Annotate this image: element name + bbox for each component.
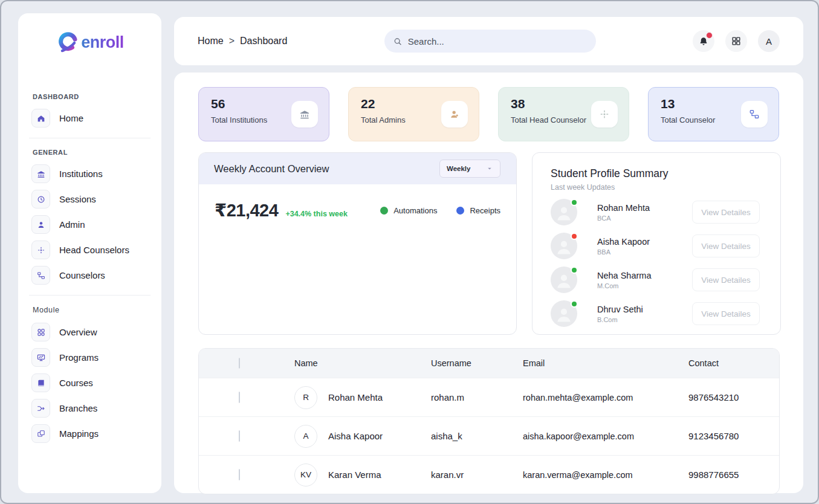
target-icon — [31, 241, 50, 259]
student-card-title: Student Profile Summary — [551, 167, 762, 180]
stat-card-head-counselor[interactable]: 38 Total Head Counselor — [498, 87, 629, 141]
view-details-button[interactable]: View Detailes — [692, 302, 760, 325]
grid-shapes-icon — [31, 323, 50, 341]
student-card-subtitle: Last week Updates — [551, 183, 762, 192]
table-row[interactable]: KV Karan Verma karan.vr karan.verma@exam… — [199, 455, 779, 494]
sidebar-item-courses[interactable]: Courses — [31, 373, 148, 392]
sidebar-divider — [29, 295, 151, 296]
row-checkbox[interactable] — [239, 469, 240, 480]
legend-dot — [380, 207, 388, 215]
legend-dot — [456, 207, 464, 215]
select-all-checkbox[interactable] — [239, 358, 240, 369]
student-program: M.Com — [597, 282, 692, 289]
bank-icon — [291, 101, 318, 128]
view-details-button[interactable]: View Detailes — [692, 234, 760, 257]
history-clock-icon — [31, 190, 50, 208]
sidebar-item-mappings[interactable]: Mappings — [31, 424, 148, 443]
view-details-button[interactable]: View Detailes — [692, 268, 760, 291]
brand-logo[interactable]: enroll — [31, 28, 148, 57]
student-row: Dhruv Sethi B.Com View Detailes — [551, 300, 762, 327]
breadcrumb-separator: > — [229, 36, 235, 47]
branch-icon — [31, 399, 50, 418]
sidebar-item-label: Overview — [59, 327, 97, 337]
row-checkbox[interactable] — [239, 392, 240, 403]
breadcrumb: Home > Dashboard — [198, 36, 287, 47]
legend-item-automations: Automations — [380, 206, 437, 215]
student-avatar — [551, 267, 577, 293]
student-name: Neha Sharma — [597, 271, 692, 280]
period-selector[interactable]: Weekly — [439, 160, 500, 178]
student-avatar — [551, 233, 577, 259]
row-avatar: R — [294, 386, 317, 409]
student-avatar — [551, 199, 577, 225]
chart-area — [199, 221, 516, 323]
search-icon — [393, 36, 403, 47]
student-row: Rohan Mehta BCA View Detailes — [551, 199, 762, 225]
sidebar-item-label: Institutions — [59, 169, 103, 179]
grid-apps-icon — [731, 36, 742, 47]
legend-label: Receipts — [470, 206, 500, 215]
student-name: Rohan Mehta — [597, 203, 692, 213]
stat-card-counselor[interactable]: 13 Total Counselor — [648, 87, 779, 141]
notifications-button[interactable] — [693, 30, 714, 52]
home-icon — [31, 109, 50, 128]
sitemap-icon — [31, 266, 50, 285]
cell-name: Rohan Mehta — [328, 392, 383, 402]
apps-grid-button[interactable] — [725, 30, 747, 52]
search-input[interactable] — [408, 36, 588, 47]
chevron-down-icon — [486, 165, 493, 172]
amount-row: ₹21,424 +34.4% this week — [215, 200, 348, 221]
user-badge-icon — [441, 101, 468, 128]
cell-contact: 9876543210 — [682, 392, 779, 402]
status-dot — [571, 233, 578, 240]
legend-label: Automations — [393, 206, 437, 215]
sidebar-item-admin[interactable]: Admin — [31, 215, 148, 234]
student-profile-summary-card: Student Profile Summary Last week Update… — [532, 152, 781, 335]
weekly-account-overview-card: Weekly Account Overview Weekly ₹21,424 +… — [198, 152, 517, 335]
overlap-squares-icon — [31, 424, 50, 443]
column-header-email: Email — [517, 358, 682, 368]
cell-contact: 9988776655 — [682, 470, 779, 480]
book-icon — [31, 373, 50, 392]
user-icon — [31, 215, 50, 234]
table-row[interactable]: A Aisha Kapoor aisha_k aisha.kapoor@exam… — [199, 416, 779, 455]
weekly-card-body: ₹21,424 +34.4% this week Automations Rec… — [199, 184, 516, 221]
view-details-button[interactable]: View Detailes — [692, 201, 760, 224]
status-dot — [571, 300, 578, 308]
row-checkbox[interactable] — [239, 430, 240, 442]
search-bar[interactable] — [384, 30, 596, 53]
chart-legend: Automations Receipts — [380, 206, 500, 215]
student-program: B.Com — [597, 316, 692, 323]
sidebar-item-label: Courses — [59, 378, 93, 388]
sidebar-item-label: Mappings — [59, 428, 99, 439]
target-icon — [591, 101, 618, 128]
sidebar-item-overview[interactable]: Overview — [31, 323, 148, 341]
sidebar-item-programs[interactable]: Programs — [31, 348, 148, 367]
presentation-icon — [31, 348, 50, 367]
sidebar-item-branches[interactable]: Branches — [31, 399, 148, 418]
cell-username: rohan.m — [425, 392, 517, 402]
student-program: BCA — [597, 215, 692, 222]
student-avatar — [551, 300, 577, 327]
brand-name: enroll — [81, 33, 124, 52]
student-row: Aisha Kapoor BBA View Detailes — [551, 233, 762, 259]
sidebar-item-label: Admin — [59, 219, 85, 230]
sidebar-item-home[interactable]: Home — [31, 109, 148, 128]
sidebar-item-counselors[interactable]: Counselors — [31, 266, 148, 285]
dashboard-screen: enroll DASHBOARD Home GENERAL Institutio… — [0, 0, 819, 504]
stat-card-admins[interactable]: 22 Total Admins — [348, 87, 479, 141]
cell-name: Aisha Kapoor — [328, 431, 383, 441]
sidebar-item-head-counselors[interactable]: Head Counselors — [31, 241, 148, 259]
sidebar-item-sessions[interactable]: Sessions — [31, 190, 148, 208]
status-dot — [571, 267, 578, 274]
table-row[interactable]: R Rohan Mehta rohan.m rohan.mehta@exampl… — [199, 378, 779, 416]
cell-name: Karan Verma — [328, 470, 381, 480]
sidebar-item-institutions[interactable]: Institutions — [31, 164, 148, 183]
weekly-card-title: Weekly Account Overview — [214, 163, 329, 175]
bank-icon — [31, 164, 50, 183]
breadcrumb-home[interactable]: Home — [198, 36, 224, 47]
sidebar: enroll DASHBOARD Home GENERAL Institutio… — [18, 13, 161, 493]
sitemap-icon — [741, 101, 768, 128]
user-avatar[interactable]: A — [758, 30, 780, 52]
stat-card-institutions[interactable]: 56 Total Institutions — [198, 87, 329, 141]
